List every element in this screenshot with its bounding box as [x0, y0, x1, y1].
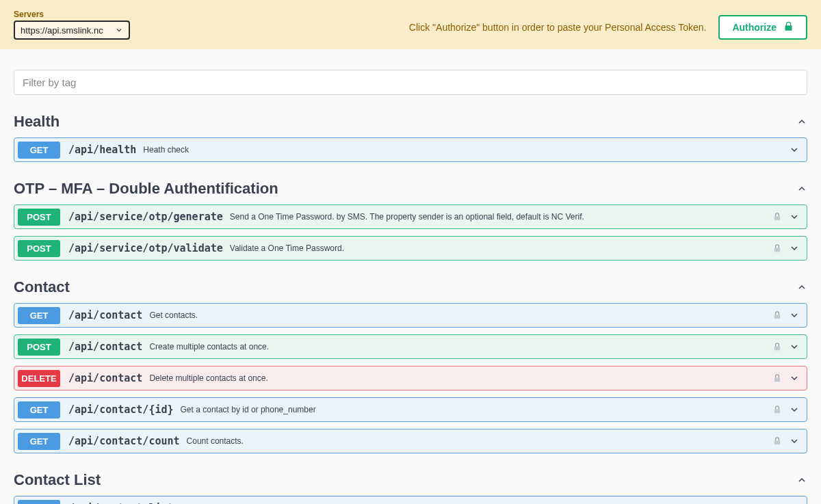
chevron-down-icon	[789, 310, 800, 321]
tag-title: Health	[14, 113, 60, 131]
method-badge: GET	[18, 142, 60, 159]
method-badge: POST	[18, 240, 60, 257]
operation-right	[772, 211, 800, 222]
svg-rect-3	[774, 346, 780, 350]
auth-hint: Click "Authorize" button in order to pas…	[409, 22, 707, 33]
operation-right	[772, 243, 800, 254]
chevron-up-icon	[796, 116, 807, 127]
operation-row[interactable]: GET/api/contact-listGet contact lists.	[14, 496, 807, 504]
main-content: HealthGET/api/healthHeath checkOTP – MFA…	[0, 49, 821, 504]
tag-header[interactable]: Health	[14, 110, 807, 137]
lock-icon	[783, 21, 794, 34]
operation-row[interactable]: GET/api/contact/countCount contacts.	[14, 429, 807, 453]
operation-row[interactable]: POST/api/service/otp/generateSend a One …	[14, 204, 807, 229]
operation-row[interactable]: POST/api/contactCreate multiple contacts…	[14, 334, 807, 359]
filter-input[interactable]	[14, 70, 807, 95]
servers-block: Servers https://api.smslink.nc	[14, 10, 130, 40]
operation-right	[789, 144, 800, 155]
tag-title: Contact	[14, 278, 70, 296]
servers-label: Servers	[14, 10, 130, 19]
tag-header[interactable]: OTP – MFA – Double Authentification	[14, 177, 807, 204]
method-badge: GET	[18, 307, 60, 324]
tag-section: ContactGET/api/contactGet contacts.POST/…	[14, 276, 807, 453]
operations-list: GET/api/contactGet contacts.POST/api/con…	[14, 303, 807, 453]
operation-summary: Delete multiple contacts at once.	[149, 373, 772, 383]
operations-list: GET/api/contact-listGet contact lists.	[14, 496, 807, 504]
operation-path: /api/contact	[68, 309, 142, 321]
tag-title: OTP – MFA – Double Authentification	[14, 180, 278, 198]
operation-path: /api/contact/count	[68, 435, 180, 447]
operation-row[interactable]: GET/api/healthHeath check	[14, 137, 807, 162]
chevron-down-icon	[789, 243, 800, 254]
lock-icon[interactable]	[772, 310, 782, 320]
svg-rect-1	[774, 248, 780, 252]
operation-path: /api/contact/{id}	[68, 403, 174, 416]
chevron-down-icon	[789, 436, 800, 447]
tag-section: OTP – MFA – Double AuthentificationPOST/…	[14, 177, 807, 261]
operation-path: /api/contact	[68, 372, 142, 384]
chevron-down-icon	[789, 144, 800, 155]
operations-list: POST/api/service/otp/generateSend a One …	[14, 204, 807, 261]
operation-summary: Get contacts.	[149, 310, 772, 320]
operation-right	[772, 341, 800, 352]
server-select-value: https://api.smslink.nc	[21, 25, 115, 36]
authorize-button[interactable]: Authorize	[718, 15, 807, 40]
lock-icon[interactable]	[772, 342, 782, 352]
tag-section: Contact ListGET/api/contact-listGet cont…	[14, 468, 807, 504]
method-badge: GET	[18, 433, 60, 450]
operation-summary: Count contacts.	[187, 436, 772, 446]
chevron-down-icon	[789, 404, 800, 415]
svg-rect-6	[774, 440, 780, 445]
operation-row[interactable]: GET/api/contact/{id}Get a contact by id …	[14, 397, 807, 422]
operation-row[interactable]: DELETE/api/contactDelete multiple contac…	[14, 366, 807, 390]
chevron-down-icon	[789, 373, 800, 384]
operation-path: /api/service/otp/generate	[68, 211, 223, 223]
tag-header[interactable]: Contact List	[14, 468, 807, 496]
operation-right	[772, 404, 800, 415]
method-badge: GET	[18, 401, 60, 419]
operation-summary: Validate a One Time Password.	[230, 243, 772, 253]
lock-icon[interactable]	[772, 243, 782, 253]
method-badge: GET	[18, 500, 60, 505]
chevron-down-icon	[789, 341, 800, 352]
method-badge: POST	[18, 209, 60, 226]
operation-summary: Create multiple contacts at once.	[149, 342, 772, 352]
chevron-up-icon	[796, 282, 807, 293]
chevron-down-icon	[115, 26, 123, 34]
method-badge: DELETE	[18, 370, 60, 387]
operation-summary: Send a One Time Password. by SMS. The pr…	[230, 212, 772, 222]
lock-icon[interactable]	[772, 373, 782, 383]
lock-icon[interactable]	[772, 405, 782, 414]
operation-right	[772, 310, 800, 321]
method-badge: POST	[18, 339, 60, 356]
operation-summary: Get a contact by id or phone_number	[181, 405, 772, 414]
lock-icon[interactable]	[772, 212, 782, 222]
tag-header[interactable]: Contact	[14, 276, 807, 303]
operation-right	[772, 373, 800, 384]
operations-list: GET/api/healthHeath check	[14, 137, 807, 162]
operation-path: /api/health	[68, 144, 136, 156]
operation-right	[772, 436, 800, 447]
chevron-down-icon	[789, 211, 800, 222]
lock-icon[interactable]	[772, 436, 782, 446]
svg-rect-2	[774, 315, 780, 319]
svg-rect-4	[774, 377, 780, 382]
svg-rect-5	[774, 409, 780, 413]
svg-rect-0	[774, 216, 780, 220]
server-select[interactable]: https://api.smslink.nc	[14, 21, 130, 40]
scheme-bar: Servers https://api.smslink.nc Click "Au…	[0, 0, 821, 49]
operation-path: /api/service/otp/validate	[68, 242, 223, 254]
authorize-label: Authorize	[732, 22, 777, 33]
operation-summary: Heath check	[143, 145, 789, 155]
tag-section: HealthGET/api/healthHeath check	[14, 110, 807, 162]
auth-area: Click "Authorize" button in order to pas…	[409, 15, 807, 40]
operation-path: /api/contact	[68, 341, 142, 353]
tag-title: Contact List	[14, 471, 101, 489]
operation-row[interactable]: POST/api/service/otp/validateValidate a …	[14, 236, 807, 261]
chevron-up-icon	[796, 183, 807, 194]
chevron-up-icon	[796, 475, 807, 486]
operation-row[interactable]: GET/api/contactGet contacts.	[14, 303, 807, 328]
